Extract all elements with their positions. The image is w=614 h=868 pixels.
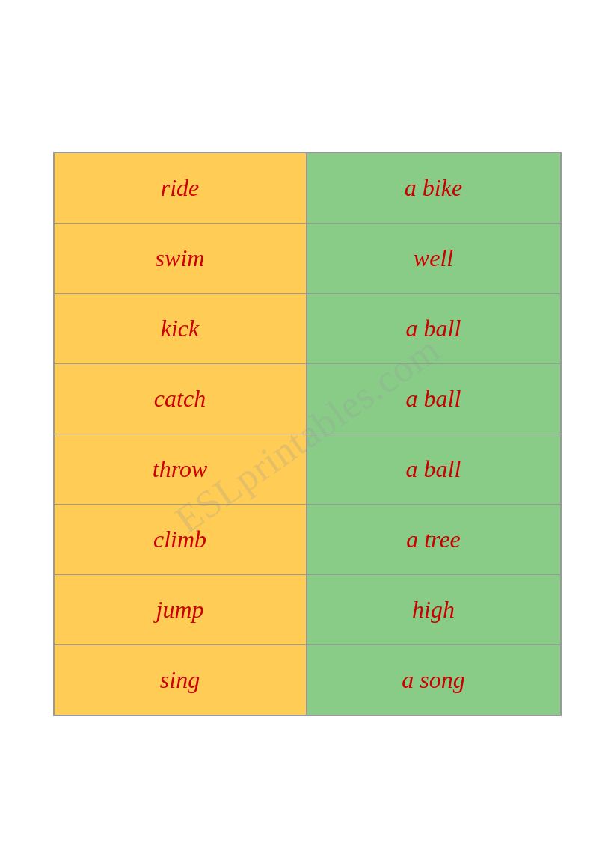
- cell-left-1: swim: [55, 224, 307, 293]
- table-row: singa song: [55, 645, 560, 715]
- cell-left-3: catch: [55, 364, 307, 434]
- cell-left-5: climb: [55, 505, 307, 574]
- cell-right-0: a bike: [307, 153, 560, 223]
- table-row: kicka ball: [55, 294, 560, 364]
- cell-right-text-4: a ball: [406, 455, 461, 483]
- cell-right-1: well: [307, 224, 560, 293]
- cell-left-text-5: climb: [153, 526, 206, 553]
- table-row: catcha ball: [55, 364, 560, 434]
- cell-left-text-3: catch: [154, 385, 206, 413]
- cell-left-text-2: kick: [161, 315, 200, 342]
- table-row: throwa ball: [55, 434, 560, 505]
- cell-left-text-0: ride: [161, 174, 200, 202]
- cell-left-2: kick: [55, 294, 307, 363]
- cell-left-4: throw: [55, 434, 307, 504]
- cell-left-text-6: jump: [156, 596, 204, 624]
- cell-right-text-5: a tree: [406, 526, 461, 553]
- cell-right-4: a ball: [307, 434, 560, 504]
- table-row: swimwell: [55, 224, 560, 294]
- table-row: ridea bike: [55, 153, 560, 224]
- cell-right-3: a ball: [307, 364, 560, 434]
- cell-right-5: a tree: [307, 505, 560, 574]
- cell-left-7: sing: [55, 645, 307, 715]
- table-row: jumphigh: [55, 575, 560, 645]
- cell-right-text-1: well: [414, 244, 453, 272]
- page: ESLprintables.com ridea bikeswimwellkick…: [0, 0, 614, 868]
- cell-left-text-1: swim: [156, 244, 205, 272]
- cell-left-text-7: sing: [160, 666, 200, 694]
- cell-right-2: a ball: [307, 294, 560, 363]
- cell-right-6: high: [307, 575, 560, 644]
- cell-right-text-2: a ball: [406, 315, 461, 342]
- cell-right-text-0: a bike: [405, 174, 462, 202]
- cell-left-text-4: throw: [153, 455, 208, 483]
- cell-left-0: ride: [55, 153, 307, 223]
- cell-right-text-3: a ball: [406, 385, 461, 413]
- cell-right-7: a song: [307, 645, 560, 715]
- cell-left-6: jump: [55, 575, 307, 644]
- cell-right-text-6: high: [412, 596, 455, 624]
- table-row: climba tree: [55, 505, 560, 575]
- word-table: ridea bikeswimwellkicka ballcatcha ballt…: [53, 152, 562, 716]
- cell-right-text-7: a song: [402, 666, 464, 694]
